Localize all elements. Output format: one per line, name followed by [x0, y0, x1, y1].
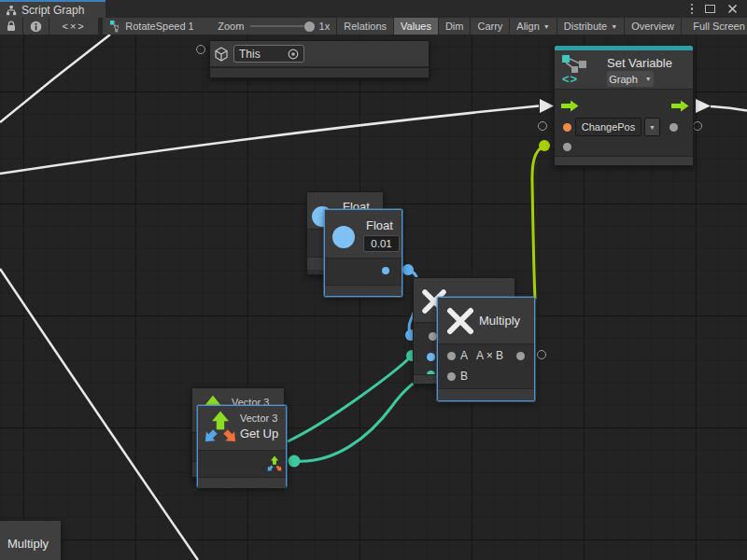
chevron-down-icon: ▼	[543, 23, 550, 30]
port-input-a[interactable]	[427, 353, 435, 361]
port-input-value[interactable]	[563, 143, 571, 151]
float-value-field[interactable]: 0.01	[363, 235, 400, 252]
wire-end-lime	[539, 140, 550, 151]
node-title: Multiply	[479, 314, 520, 328]
node-this[interactable]: This	[209, 40, 430, 78]
variable-name-dropdown[interactable]: ChangePos	[575, 118, 641, 136]
script-graph-window: Script Graph <×>	[0, 0, 747, 560]
port-label-output: A × B	[476, 349, 503, 362]
wire-teal-getup-to-multiply-lower	[294, 374, 429, 462]
distribute-button[interactable]: Distribute ▼	[557, 18, 624, 35]
lock-icon	[7, 21, 16, 32]
object-picker-icon[interactable]	[288, 49, 299, 60]
node-vector3-get-up[interactable]: Vector 3 Get Up	[197, 405, 287, 487]
float-icon	[332, 226, 355, 248]
variable-scope-dropdown[interactable]: Graph ▼	[607, 71, 654, 87]
close-button[interactable]	[727, 4, 738, 14]
window-menu-button[interactable]	[691, 4, 694, 15]
chevron-down-icon: ▼	[645, 76, 652, 82]
graph-tab-icon	[6, 5, 17, 16]
chevron-down-icon: ▼	[649, 124, 655, 131]
lock-button[interactable]	[0, 18, 22, 35]
code-brackets-icon: <>	[562, 72, 578, 86]
wire-teal-getup-to-multiply-upper	[288, 357, 411, 441]
full-screen-button[interactable]: Full Screen	[682, 18, 747, 35]
node-float[interactable]: Float 0.01	[324, 209, 402, 297]
port-float-output[interactable]	[382, 267, 389, 274]
port-ring[interactable]	[693, 121, 702, 131]
title-bar: Script Graph	[0, 0, 747, 18]
info-button[interactable]	[23, 18, 49, 35]
port-output-value[interactable]	[669, 123, 678, 132]
port-label-a: A	[460, 349, 468, 362]
flow-arrowhead-out	[696, 99, 711, 113]
set-variable-icon	[561, 54, 589, 73]
multiply-icon	[445, 306, 475, 336]
node-title: Vector 3	[240, 413, 277, 424]
wire-lime-multiply-to-setvariable	[532, 146, 544, 299]
graph-toolbar: <×> RotateSpeed 1 Zoom 1x Relations Valu…	[0, 18, 747, 35]
node-subtitle: Get Up	[240, 427, 278, 441]
port-input[interactable]	[429, 332, 437, 341]
zoom-slider-handle[interactable]	[304, 21, 315, 32]
port-output[interactable]	[516, 352, 525, 360]
chevron-down-icon: ▼	[611, 23, 617, 30]
port-label-b: B	[460, 370, 468, 383]
node-multiply-corner[interactable]: Multiply	[0, 520, 62, 560]
breadcrumb-graph-name[interactable]: RotateSpeed 1	[125, 21, 193, 32]
variable-name-dropdown-arrow[interactable]: ▼	[644, 118, 660, 136]
tab-title: Script Graph	[21, 4, 84, 17]
wire-end-teal	[289, 455, 301, 468]
dim-button[interactable]: Dim	[439, 18, 471, 35]
flow-input-arrow[interactable]	[560, 100, 579, 112]
cube-icon	[214, 47, 229, 62]
wire-flow-topleft	[0, 35, 110, 122]
maximize-button[interactable]	[705, 5, 715, 13]
this-object-field[interactable]: This	[233, 45, 304, 63]
wire-flow-out-of-set-variable	[711, 106, 747, 111]
node-set-variable[interactable]: <> Set Variable Graph ▼ ChangePos	[554, 45, 694, 166]
carry-button[interactable]: Carry	[471, 18, 509, 35]
port-ring[interactable]	[538, 121, 547, 131]
wire-flow-into-set-variable	[0, 106, 539, 175]
port-input-b[interactable]	[447, 372, 456, 381]
port-variable-name[interactable]	[563, 123, 571, 132]
vector3-icon	[201, 409, 242, 450]
align-button[interactable]: Align ▼	[510, 18, 556, 35]
overview-button[interactable]: Overview	[625, 18, 681, 35]
port-ring[interactable]	[196, 45, 205, 54]
node-title: Float	[366, 218, 393, 232]
code-icon: <×>	[62, 21, 85, 32]
port-vector3-output[interactable]	[264, 454, 285, 474]
wire-end-blue	[402, 264, 414, 275]
port-ring[interactable]	[537, 350, 546, 359]
graph-node-icon	[109, 20, 119, 33]
preview-code-button[interactable]: <×>	[49, 18, 98, 35]
node-title: Set Variable	[607, 56, 672, 70]
breadcrumb-zoom-segment: RotateSpeed 1 Zoom 1x	[103, 18, 336, 35]
node-multiply[interactable]: Multiply A A × B B	[437, 297, 535, 401]
node-title: Multiply	[7, 537, 49, 551]
zoom-value: 1x	[319, 21, 331, 32]
zoom-slider[interactable]	[250, 25, 312, 27]
flow-arrowhead-in	[540, 99, 554, 113]
tab-script-graph[interactable]: Script Graph	[0, 0, 106, 18]
wire-flow-diagonal	[0, 269, 198, 560]
values-button[interactable]: Values	[394, 18, 438, 35]
port-input-a[interactable]	[447, 352, 456, 360]
graph-canvas[interactable]: This <> Set Variable	[0, 35, 747, 560]
flow-output-arrow[interactable]	[670, 100, 689, 112]
zoom-label: Zoom	[218, 21, 244, 32]
info-icon	[30, 21, 42, 33]
relations-button[interactable]: Relations	[337, 18, 393, 35]
